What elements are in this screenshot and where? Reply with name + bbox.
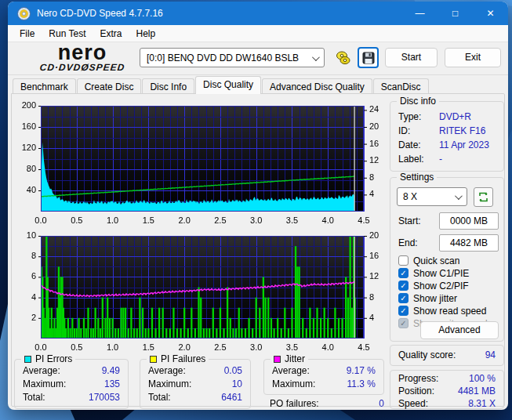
quick-scan-checkbox[interactable]: Quick scan <box>398 255 459 266</box>
chevron-down-icon <box>455 192 463 200</box>
close-button[interactable]: ✕ <box>473 2 508 25</box>
jitter-title: Jitter <box>285 353 305 364</box>
disc-label-value: - <box>439 154 442 165</box>
pi-errors-title: PI Errors <box>35 353 72 364</box>
hand-disc-icon <box>335 49 352 67</box>
disc-date-value: 11 Apr 2023 <box>439 139 489 150</box>
disc-date-label: Date: <box>398 139 421 150</box>
save-icon <box>362 52 375 64</box>
refresh-icon <box>478 191 489 203</box>
quality-score-label: Quality score: <box>398 349 456 360</box>
menu-run-test[interactable]: Run Test <box>42 27 93 41</box>
jitter-average: 9.17 % <box>347 365 376 376</box>
nero-logo: nero CD·DVDØSPEED <box>24 43 141 73</box>
pi-errors-total: 170053 <box>89 392 120 403</box>
menu-help[interactable]: Help <box>129 27 163 41</box>
title-bar[interactable]: Nero CD-DVD Speed 4.7.7.16 — □ ✕ <box>8 2 508 25</box>
save-results-button[interactable] <box>358 47 379 68</box>
quality-score-box: Quality score: 94 <box>390 345 504 366</box>
jitter-group: Jitter Average:9.17 % Maximum:11.3 % <box>263 359 384 395</box>
settings-group: Settings 8 X Start: 0000 MB End: 4482 MB… <box>390 177 504 342</box>
pi-errors-legend-swatch <box>24 356 31 363</box>
refresh-speeds-button[interactable] <box>474 187 493 207</box>
pi-failures-group: PI Failures Average:0.05 Maximum:10 Tota… <box>140 359 251 409</box>
end-mb-input[interactable]: 4482 MB <box>439 234 499 252</box>
pi-errors-maximum: 135 <box>104 378 120 389</box>
minimize-button[interactable]: — <box>402 2 438 25</box>
window-title: Nero CD-DVD Speed 4.7.7.16 <box>37 8 163 19</box>
disc-label-label: Label: <box>398 154 424 165</box>
show-read-speed-checkbox[interactable]: Show read speed <box>398 305 486 317</box>
progress-value: 100 % <box>469 373 496 384</box>
show-c2-pif-checkbox[interactable]: Show C2/PIF <box>398 280 469 291</box>
position-value: 4481 MB <box>458 386 496 396</box>
pi-failures-total: 6461 <box>221 392 242 403</box>
disc-info-title: Disc info <box>397 96 439 107</box>
pi-failures-average: 0.05 <box>224 365 242 376</box>
pi-errors-chart <box>13 100 386 229</box>
drive-select[interactable]: [0:0] BENQ DVD DD DW1640 BSLB <box>140 48 325 67</box>
app-window: Nero CD-DVD Speed 4.7.7.16 — □ ✕ File Ru… <box>8 2 508 410</box>
jitter-maximum: 11.3 % <box>347 378 376 389</box>
tab-strip: Benchmark Create Disc Disc Info Disc Qua… <box>13 78 430 94</box>
disc-type-value: DVD+R <box>439 111 471 122</box>
tab-benchmark[interactable]: Benchmark <box>13 78 76 94</box>
maximize-button[interactable]: □ <box>438 2 473 25</box>
po-failures-row: PO failures: 0 <box>270 398 384 409</box>
speed-value: 8.31 X <box>468 398 496 409</box>
pi-failures-legend-swatch <box>150 356 157 363</box>
disc-info-group: Disc info Type:DVD+R ID:RITEK F16 Date:1… <box>390 101 504 172</box>
quality-score-value: 94 <box>485 349 496 360</box>
progress-box: Progress:100 % Position:4481 MB Speed:8.… <box>390 370 504 409</box>
po-failures-label: PO failures: <box>270 398 319 409</box>
chevron-down-icon <box>312 53 320 61</box>
tab-disc-info[interactable]: Disc Info <box>142 78 194 94</box>
tab-create-disc[interactable]: Create Disc <box>77 78 142 94</box>
progress-label: Progress: <box>398 373 438 384</box>
menu-bar: File Run Test Extra Help <box>8 25 508 42</box>
show-jitter-checkbox[interactable]: Show jitter <box>398 292 457 304</box>
app-icon <box>17 7 31 20</box>
menu-extra[interactable]: Extra <box>93 27 129 41</box>
position-label: Position: <box>398 386 434 396</box>
advanced-button[interactable]: Advanced <box>420 321 499 339</box>
po-failures-value: 0 <box>379 398 384 409</box>
drive-tools-button[interactable] <box>332 47 354 68</box>
disc-id-label: ID: <box>398 125 410 136</box>
exit-button[interactable]: Exit <box>445 48 501 67</box>
pi-failures-chart <box>13 230 386 356</box>
start-button[interactable]: Start <box>385 48 438 67</box>
tab-scandisc[interactable]: ScanDisc <box>373 78 429 94</box>
toolbar: nero CD·DVDØSPEED [0:0] BENQ DVD DD DW16… <box>8 42 508 75</box>
disc-type-label: Type: <box>398 111 421 122</box>
jitter-legend-swatch <box>274 356 281 363</box>
pi-failures-title: PI Failures <box>161 353 205 364</box>
settings-title: Settings <box>397 172 437 183</box>
show-c1-pie-checkbox[interactable]: Show C1/PIE <box>398 267 469 279</box>
pi-errors-average: 9.49 <box>102 365 120 376</box>
start-mb-input[interactable]: 0000 MB <box>439 212 499 230</box>
disc-id-value: RITEK F16 <box>439 125 485 136</box>
tab-advanced-disc-quality[interactable]: Advanced Disc Quality <box>262 78 372 94</box>
pi-errors-group: PI Errors Average:9.49 Maximum:135 Total… <box>14 359 129 409</box>
scan-speed-select[interactable]: 8 X <box>397 187 467 206</box>
start-mb-label: Start: <box>398 215 421 226</box>
pi-failures-maximum: 10 <box>232 378 242 389</box>
end-mb-label: End: <box>398 237 418 248</box>
speed-label: Speed: <box>398 398 428 409</box>
tab-disc-quality[interactable]: Disc Quality <box>195 76 261 94</box>
menu-file[interactable]: File <box>13 27 42 41</box>
